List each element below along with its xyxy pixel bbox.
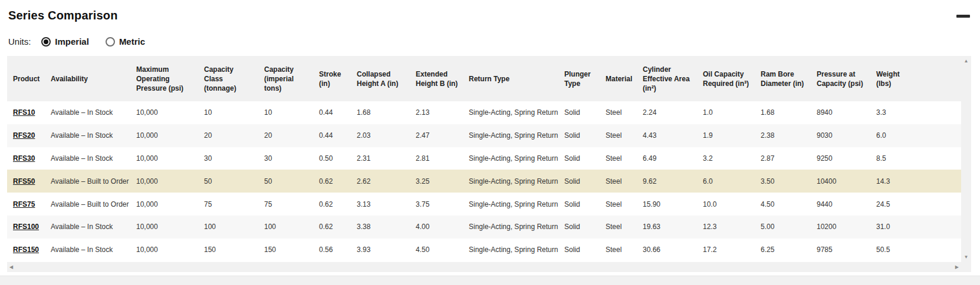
series-comparison-panel: Series Comparison Units: Imperial Metric… xyxy=(0,0,980,285)
table-cell: Single-Acting, Spring Return xyxy=(463,101,558,124)
radio-imperial[interactable]: Imperial xyxy=(41,37,89,47)
table-cell: Available – In Stock xyxy=(45,238,130,261)
table-cell: 10200 xyxy=(811,216,870,238)
table-cell: 10400 xyxy=(811,170,870,193)
table-cell: 0.44 xyxy=(313,101,351,124)
table-cell: Steel xyxy=(600,193,637,216)
table-cell: 1.0 xyxy=(697,101,755,124)
product-link[interactable]: RFS30 xyxy=(13,154,35,163)
table-cell: 8.5 xyxy=(870,147,961,170)
product-link[interactable]: RFS50 xyxy=(13,177,35,185)
table-cell: 100 xyxy=(198,216,258,238)
table-cell: 3.75 xyxy=(410,193,463,216)
vertical-scrollbar[interactable]: ▲ ▼ xyxy=(961,56,971,262)
product-cell: RFS50 xyxy=(7,170,45,193)
comparison-table: ProductAvailabilityMaximum Operating Pre… xyxy=(7,56,961,261)
table-cell: Single-Acting, Spring Return xyxy=(463,216,558,238)
table-cell: 14.3 xyxy=(870,170,961,193)
product-link[interactable]: RFS20 xyxy=(13,131,35,140)
scroll-left-icon[interactable]: ◀ xyxy=(9,262,13,272)
table-cell: 3.50 xyxy=(755,170,811,193)
column-header: Pressure at Capacity (psi) xyxy=(811,56,870,101)
table-cell: Single-Acting, Spring Return xyxy=(463,124,558,147)
table-cell: 20 xyxy=(258,124,313,147)
page-title: Series Comparison xyxy=(8,9,118,22)
scroll-down-icon[interactable]: ▼ xyxy=(961,254,971,260)
column-header-label: Capacity (imperial tons) xyxy=(264,65,308,93)
product-link[interactable]: RFS75 xyxy=(13,200,35,208)
column-header: Capacity Class (tonnage) xyxy=(198,56,258,101)
table-header-row: ProductAvailabilityMaximum Operating Pre… xyxy=(7,56,961,101)
scroll-right-icon[interactable]: ▶ xyxy=(955,262,959,272)
table-cell: 30 xyxy=(258,147,313,170)
collapse-minus-icon[interactable] xyxy=(956,15,970,18)
table-cell: 75 xyxy=(198,193,258,216)
table-cell: Solid xyxy=(558,147,600,170)
product-cell: RFS100 xyxy=(7,216,45,238)
table-cell: 9785 xyxy=(811,238,870,261)
radio-metric[interactable]: Metric xyxy=(106,37,145,47)
product-link[interactable]: RFS10 xyxy=(13,108,35,117)
table-cell: 10,000 xyxy=(130,124,198,147)
table-cell: 9440 xyxy=(811,193,870,216)
comparison-table-region: ProductAvailabilityMaximum Operating Pre… xyxy=(7,56,961,262)
table-cell: Solid xyxy=(558,124,600,147)
column-header-label: Ram Bore Diameter (in) xyxy=(761,69,806,88)
product-cell: RFS10 xyxy=(7,101,45,124)
table-cell: 9.62 xyxy=(637,170,697,193)
table-cell: 10,000 xyxy=(130,170,198,193)
table-cell: Available – In Stock xyxy=(45,216,130,238)
column-header-label: Plunger Type xyxy=(564,69,595,88)
column-header-label: Capacity Class (tonnage) xyxy=(204,65,254,93)
table-row: RFS150Available – In Stock10,0001501500.… xyxy=(7,238,961,261)
radio-button-icon[interactable] xyxy=(106,37,115,47)
table-cell: Available – In Stock xyxy=(45,147,130,170)
table-cell: 30.66 xyxy=(637,238,697,261)
table-cell: 10 xyxy=(198,101,258,124)
column-header-label: Pressure at Capacity (psi) xyxy=(817,69,866,88)
column-header: Material xyxy=(600,56,637,101)
table-cell: 50.5 xyxy=(870,238,961,261)
table-cell: Steel xyxy=(600,147,637,170)
table-cell: Steel xyxy=(600,238,637,261)
table-cell: Available – In Stock xyxy=(45,101,130,124)
table-cell: 10,000 xyxy=(130,147,198,170)
column-header-label: Availability xyxy=(51,74,126,84)
product-cell: RFS20 xyxy=(7,124,45,147)
table-cell: 3.13 xyxy=(351,193,410,216)
table-cell: 10,000 xyxy=(130,216,198,238)
table-cell: Available – In Stock xyxy=(45,124,130,147)
column-header: Ram Bore Diameter (in) xyxy=(755,56,811,101)
column-header: Extended Height B (in) xyxy=(410,56,463,101)
column-header-label: Weight (lbs) xyxy=(876,69,907,88)
horizontal-scrollbar[interactable]: ◀ ▶ xyxy=(7,262,961,272)
column-header-label: Material xyxy=(606,74,632,84)
table-cell: Single-Acting, Spring Return xyxy=(463,170,558,193)
table-row: RFS20Available – In Stock10,00020200.442… xyxy=(7,124,961,147)
table-cell: 6.0 xyxy=(870,124,961,147)
table-cell: Steel xyxy=(600,170,637,193)
scroll-up-icon[interactable]: ▲ xyxy=(961,58,971,64)
table-cell: 24.5 xyxy=(870,193,961,216)
table-cell: 4.50 xyxy=(410,238,463,261)
column-header-label: Extended Height B (in) xyxy=(416,69,458,88)
product-link[interactable]: RFS150 xyxy=(13,246,39,254)
table-cell: 1.9 xyxy=(697,124,755,147)
table-cell: 0.62 xyxy=(313,216,351,238)
radio-metric-label: Metric xyxy=(119,37,145,47)
table-cell: 10,000 xyxy=(130,238,198,261)
table-cell: 31.0 xyxy=(870,216,961,238)
table-cell: 10.0 xyxy=(697,193,755,216)
column-header-label: Maximum Operating Pressure (psi) xyxy=(136,65,193,93)
table-cell: 30 xyxy=(198,147,258,170)
column-header-label: Stroke (in) xyxy=(319,69,346,88)
product-link[interactable]: RFS100 xyxy=(13,223,39,231)
column-header: Weight (lbs) xyxy=(870,56,961,101)
table-cell: 10,000 xyxy=(130,101,198,124)
table-cell: Solid xyxy=(558,101,600,124)
column-header-label: Product xyxy=(13,74,40,84)
table-cell: 2.87 xyxy=(755,147,811,170)
table-cell: 9250 xyxy=(811,147,870,170)
table-cell: Single-Acting, Spring Return xyxy=(463,238,558,261)
radio-button-icon[interactable] xyxy=(41,37,51,47)
